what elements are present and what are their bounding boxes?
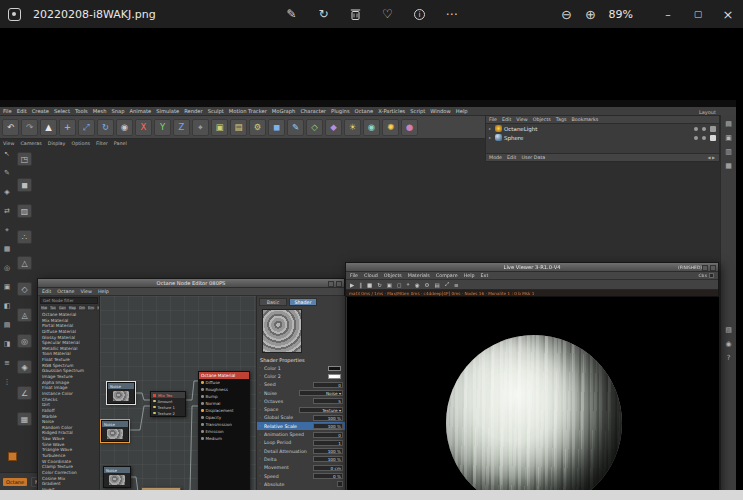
lv-pick-icon[interactable]: ⌖ xyxy=(407,281,410,288)
property-row[interactable]: Octaves 5 xyxy=(257,397,345,405)
properties-tab[interactable]: Shader xyxy=(289,298,317,306)
favorite-button[interactable]: ♡ xyxy=(376,2,400,26)
magnet-icon[interactable]: ◈ xyxy=(4,188,9,196)
maximize-button[interactable]: ▢ xyxy=(683,0,713,28)
material-pin[interactable]: Displacement xyxy=(199,407,249,414)
property-value[interactable]: 100 % xyxy=(313,415,343,421)
redo-icon[interactable]: ↷ xyxy=(21,119,38,136)
axis-icon[interactable]: ⌖ xyxy=(5,226,9,234)
edges-mode-icon[interactable]: △ xyxy=(17,256,32,270)
c4d-menu-item[interactable]: Character xyxy=(300,108,326,114)
c4d-menu-item[interactable]: MoGraph xyxy=(272,108,296,114)
property-row[interactable]: Loop Period 1 xyxy=(257,439,345,447)
lv-menu-item[interactable]: Ext xyxy=(481,273,489,278)
c4d-menu-item[interactable]: Help xyxy=(456,108,468,114)
c4d-menu-item[interactable]: Render xyxy=(184,108,202,114)
node-list-tab[interactable]: Emi xyxy=(87,305,95,311)
property-row[interactable]: Speed 0 % xyxy=(257,472,345,480)
undo-icon[interactable]: ↶ xyxy=(2,119,19,136)
snap-icon[interactable]: ◎ xyxy=(4,264,10,272)
material-pin[interactable]: Emission xyxy=(199,428,249,435)
property-row[interactable]: Color 1 xyxy=(257,364,345,372)
camera-icon[interactable]: ◉ xyxy=(363,119,380,136)
viewport-menu-item[interactable]: Filter xyxy=(96,141,108,146)
make-editable-icon[interactable]: ◳ xyxy=(17,152,32,166)
attr-menu-item[interactable]: User Data xyxy=(521,155,545,160)
c4d-menu-item[interactable]: Octane xyxy=(355,108,374,114)
rotate-tool-icon[interactable]: ↻ xyxy=(97,119,114,136)
dock-objects-icon[interactable]: ▣ xyxy=(725,134,732,142)
material-pin[interactable]: Roughness xyxy=(199,386,249,393)
material-pin[interactable]: Opacity xyxy=(199,414,249,421)
more-button[interactable]: ⋯ xyxy=(440,2,464,26)
attr-menu-item[interactable]: Mode xyxy=(489,155,502,160)
window-minimize-icon[interactable] xyxy=(702,265,708,271)
noise-node-1[interactable]: Noise xyxy=(107,382,135,404)
dock-octane-icon[interactable]: ◉ xyxy=(725,340,731,348)
viewport-menu-item[interactable]: Cameras xyxy=(20,141,41,146)
attr-menu-item[interactable]: Edit xyxy=(507,155,516,160)
material-pin[interactable]: Bump xyxy=(199,393,249,400)
octane-material-thumb[interactable] xyxy=(8,452,17,461)
property-value[interactable]: 1 xyxy=(313,440,343,446)
mix-texture-node[interactable]: Mix Tex AmountTexture 1Texture 2 xyxy=(150,391,186,417)
history-icon[interactable]: ≡ xyxy=(4,359,10,367)
property-value[interactable]: Noise ▾ xyxy=(299,390,343,396)
viewport-menu-item[interactable]: Display xyxy=(48,141,66,146)
property-row[interactable]: Space Texture ▾ xyxy=(257,405,345,413)
property-value[interactable]: 0 xyxy=(313,432,343,438)
property-value[interactable]: 100 % xyxy=(313,456,343,462)
lv-menu-icon[interactable]: ≡ xyxy=(454,282,459,288)
node-list-items[interactable]: Octane MaterialMix MaterialPortal Materi… xyxy=(39,312,99,500)
lv-expand-icon[interactable]: ⤢ xyxy=(445,281,449,288)
c4d-menu-item[interactable]: Edit xyxy=(17,108,27,114)
x-axis-icon[interactable]: X xyxy=(135,119,152,136)
attr-nav-icons[interactable]: ◀ ▶ xyxy=(708,155,715,160)
arrow-icon[interactable]: ↖ xyxy=(4,150,10,158)
gallery-icon[interactable] xyxy=(8,8,21,21)
c4d-menu-item[interactable]: X-Particles xyxy=(378,108,405,114)
mirror-icon[interactable]: ⇄ xyxy=(4,207,10,215)
live-viewer-titlebar[interactable]: Live Viewer 3-R1.0-V4 (FINISHED) xyxy=(346,263,718,272)
property-row[interactable]: Detail Attenuation 100 % xyxy=(257,447,345,455)
property-value[interactable]: 100 % xyxy=(313,423,343,429)
dock-structure-icon[interactable]: ▧ xyxy=(725,326,732,334)
node-editor-titlebar[interactable]: Octane Node Editor 080PS xyxy=(38,279,344,288)
checkbox-icon[interactable] xyxy=(709,273,714,278)
dock-browser-icon[interactable]: ▦ xyxy=(725,162,732,170)
noise-node-3[interactable]: Noise xyxy=(103,466,131,488)
viewport-menu-item[interactable]: View xyxy=(3,141,14,146)
om-menu-item[interactable]: Objects xyxy=(533,117,551,122)
render-viewport[interactable] xyxy=(347,297,719,500)
generator-icon[interactable]: ◇ xyxy=(306,119,323,136)
z-axis-icon[interactable]: Z xyxy=(173,119,190,136)
node-list-tab[interactable]: Oth xyxy=(78,305,86,311)
dock-attributes-icon[interactable]: ▥ xyxy=(725,148,732,156)
y-axis-icon[interactable]: Y xyxy=(154,119,171,136)
deformer-icon[interactable]: ◆ xyxy=(325,119,342,136)
window-close-icon[interactable] xyxy=(710,265,716,271)
lv-settings-icon[interactable]: ⚙ xyxy=(425,282,430,288)
object-tag-icon[interactable] xyxy=(710,135,716,141)
c4d-menu-item[interactable]: Simulate xyxy=(156,108,179,114)
select-tool-icon[interactable]: ▲ xyxy=(40,119,57,136)
property-row[interactable]: Absolute xyxy=(257,480,345,488)
color-swatch[interactable] xyxy=(328,366,341,371)
viewport-menu-item[interactable]: Panel xyxy=(114,141,127,146)
lv-menu-item[interactable]: Objects xyxy=(384,273,402,278)
property-value[interactable]: 0 % xyxy=(313,473,343,479)
lv-menu-item[interactable]: File xyxy=(350,273,358,278)
render-settings-icon[interactable]: ⚙ xyxy=(249,119,266,136)
material-icon[interactable]: ● xyxy=(401,119,418,136)
c4d-menu-item[interactable]: Animate xyxy=(130,108,152,114)
ne-menu-item[interactable]: Octane xyxy=(57,289,74,294)
node-list-tab[interactable]: Gen xyxy=(58,305,67,311)
edit-button[interactable]: ✎ xyxy=(280,2,304,26)
cbx-toggle[interactable]: Cbx xyxy=(699,273,714,278)
info-button[interactable]: i xyxy=(408,2,432,26)
c4d-menu-item[interactable]: Tools xyxy=(75,108,88,114)
render-view-icon[interactable]: ▣ xyxy=(211,119,228,136)
lock-icon[interactable]: ▣ xyxy=(4,283,11,291)
polygons-mode-icon[interactable]: ◇ xyxy=(17,282,32,296)
visibility-dot-editor[interactable] xyxy=(694,136,698,140)
